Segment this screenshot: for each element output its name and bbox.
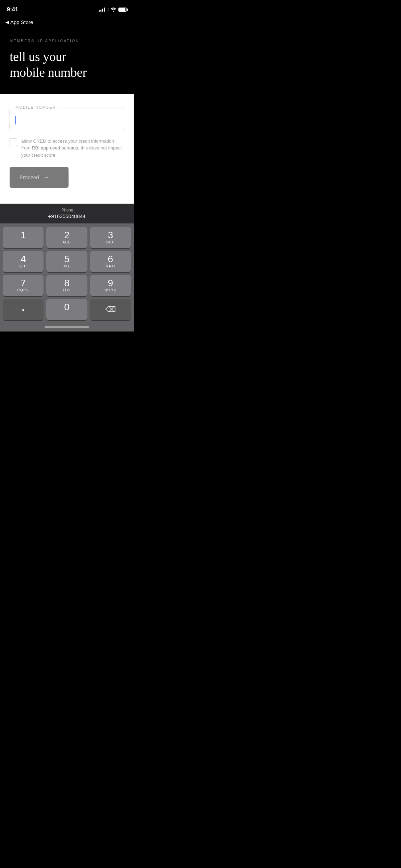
key-5[interactable]: 5 JKL bbox=[46, 251, 87, 272]
main-title: tell us your mobile number bbox=[10, 49, 124, 80]
proceed-label: Proceed bbox=[19, 174, 39, 181]
wifi-icon bbox=[111, 8, 116, 12]
input-label: MOBILE NUMBER bbox=[14, 105, 57, 109]
content-section: MOBILE NUMBER allow CRED to access your … bbox=[0, 94, 134, 204]
rbi-link[interactable]: RBI approved bureaus. bbox=[32, 145, 80, 150]
header-section: MEMBERSHIP APPLICATION tell us your mobi… bbox=[0, 28, 134, 94]
credit-access-checkbox[interactable] bbox=[10, 138, 17, 146]
section-label: MEMBERSHIP APPLICATION bbox=[10, 39, 124, 43]
key-2[interactable]: 2 ABC bbox=[46, 227, 87, 248]
home-bar bbox=[0, 324, 134, 331]
title-line1: tell us your bbox=[10, 49, 66, 64]
credit-access-text: allow CRED to access your credit informa… bbox=[21, 138, 124, 159]
title-line2: mobile number bbox=[10, 65, 87, 80]
proceed-arrow-icon: → bbox=[43, 174, 49, 181]
key-delete[interactable]: ⌫ bbox=[90, 299, 131, 320]
signal-icon bbox=[99, 8, 105, 12]
key-1[interactable]: 1 bbox=[3, 227, 44, 248]
back-arrow-icon: ◀ bbox=[5, 20, 9, 25]
status-icons:  bbox=[99, 7, 127, 12]
numeric-keyboard: 1 2 ABC 3 DEF 4 GHI 5 JKL 6 MNO 7 PQRS bbox=[0, 224, 134, 324]
mobile-number-input-group[interactable]: MOBILE NUMBER bbox=[10, 108, 124, 130]
svg-point-0 bbox=[113, 11, 114, 12]
status-time: 9:41 bbox=[7, 6, 18, 13]
key-dot[interactable]: . bbox=[3, 299, 44, 320]
autofill-phone-number: +916355048844 bbox=[5, 213, 128, 219]
app-store-label: App Store bbox=[10, 19, 33, 25]
autofill-device-label: iPhone bbox=[5, 208, 128, 213]
credit-access-checkbox-row: allow CRED to access your credit informa… bbox=[10, 138, 124, 159]
status-bar: 9:41  bbox=[0, 0, 134, 17]
home-indicator bbox=[45, 326, 89, 328]
wifi-icon:  bbox=[107, 7, 109, 12]
battery-icon bbox=[118, 8, 127, 12]
key-9[interactable]: 9 WXYZ bbox=[90, 275, 131, 296]
keyboard-section: iPhone +916355048844 1 2 ABC 3 DEF 4 GHI… bbox=[0, 204, 134, 331]
autofill-bar[interactable]: iPhone +916355048844 bbox=[0, 204, 134, 224]
proceed-button[interactable]: Proceed → bbox=[10, 167, 69, 188]
autofill-item[interactable]: iPhone +916355048844 bbox=[5, 208, 128, 219]
text-cursor bbox=[15, 116, 16, 124]
key-8[interactable]: 8 TUV bbox=[46, 275, 87, 296]
key-3[interactable]: 3 DEF bbox=[90, 227, 131, 248]
key-0[interactable]: 0 bbox=[46, 299, 87, 320]
app-store-back-button[interactable]: ◀ App Store bbox=[0, 17, 134, 28]
delete-icon: ⌫ bbox=[105, 305, 116, 314]
key-7[interactable]: 7 PQRS bbox=[3, 275, 44, 296]
key-4[interactable]: 4 GHI bbox=[3, 251, 44, 272]
key-6[interactable]: 6 MNO bbox=[90, 251, 131, 272]
